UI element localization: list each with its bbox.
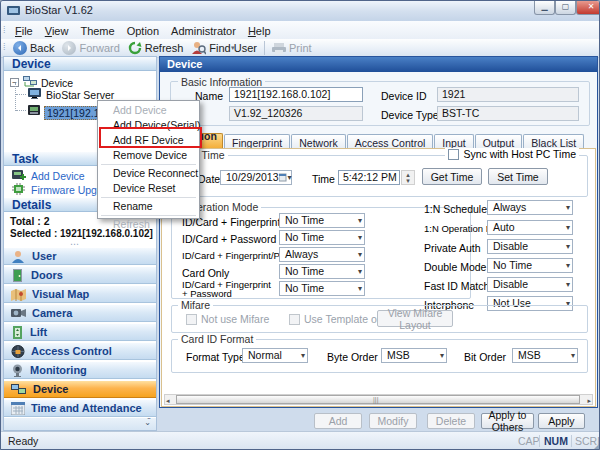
device-group-icon [22,75,38,88]
matching-select-0[interactable]: Always▾ [487,200,573,215]
refresh-button[interactable]: Refresh [124,40,188,56]
sidebar-item-camera[interactable]: Camera [4,304,156,322]
op-row-label: ID/Card + Fingerprint + Password [182,280,277,298]
basic-information-group: Basic Information Name 1921[192.168.0.10… [170,81,590,126]
modify-button[interactable]: Modify [369,413,417,429]
dropdown-arrow-icon: ▾ [571,349,575,362]
scrollbar-thumb[interactable]: ||| [176,395,580,404]
sidebar-item-monitoring[interactable]: Monitoring [4,361,156,379]
tab-strip: Operation ModeFingerprintNetworkAccess C… [161,132,596,149]
matching-label: 1:N Schedule [424,203,487,215]
not-use-mifare-checkbox[interactable] [186,314,197,325]
op-row-select-2[interactable]: Always▾ [279,247,365,262]
add-button[interactable]: Add [314,413,362,429]
spinner-down-icon[interactable]: ▾ [402,178,414,184]
scroll-right-icon[interactable]: ▸ [587,396,591,405]
card-id-format-title: Card ID Format [178,333,256,345]
sync-checkbox[interactable] [448,149,459,160]
firmware-version-field: V1.92_120326 [229,106,363,121]
op-row-select-3[interactable]: No Time▾ [279,264,365,279]
status-bar: Ready CAP NUM SCRL ◢ [1,431,600,450]
action-button-row: Add Modify Delete Apply to Others Apply [1,412,600,431]
set-time-button[interactable]: Set Time [488,168,548,185]
status-separator [539,435,540,447]
time-spinner[interactable]: ▴ ▾ [401,170,415,185]
matching-select-1[interactable]: Auto▾ [487,220,573,235]
matching-select-2[interactable]: Disable▾ [487,239,573,254]
dropdown-arrow-icon: ▾ [566,221,570,234]
op-row-select-0[interactable]: No Time▾ [279,213,365,228]
toolbar-overflow-chevron[interactable]: ▾ [231,44,235,52]
ctx-device-reset[interactable]: Device Reset [98,181,199,196]
scroll-left-icon[interactable]: ◂ [166,396,170,405]
ctx-add-device[interactable]: Add Device [98,103,199,118]
matching-select-4[interactable]: Disable▾ [487,277,573,292]
menu-theme[interactable]: Theme [74,23,120,39]
matching-settings: 1:N Schedule Always▾ 1:N Operation Mode … [420,199,592,299]
device-id-label: Device ID [381,90,427,102]
time-input[interactable]: 5:42:12 PM [338,170,400,185]
ctx-device-reconnect[interactable]: Device Reconnect [98,166,199,181]
op-row-select-1[interactable]: No Time▾ [279,230,365,245]
find-user-button[interactable]: Find User [187,40,261,56]
maximize-button[interactable]: ▢ [555,1,576,15]
dropdown-arrow-icon: ▾ [301,349,305,362]
firmware-upgrade-icon [12,183,26,195]
menu-bar: ⁞ FileViewThemeOptionAdministratorHelp [1,21,600,40]
apply-to-others-button[interactable]: Apply to Others [481,413,534,429]
calendar-dropdown-icon[interactable]: ▾ [279,171,292,184]
menu-option[interactable]: Option [121,23,165,39]
menu-file[interactable]: File [9,23,39,39]
monitoring-icon [11,364,24,377]
matching-label: Private Auth [424,242,481,254]
sidebar-item-device[interactable]: Device [4,380,156,398]
format-type-select[interactable]: Normal▾ [242,348,308,363]
horizontal-scrollbar[interactable]: ◂ ||| ▸ [164,394,593,405]
mifare-title: Mifare [178,299,213,311]
device-type-label: Device Type [381,109,439,121]
delete-button[interactable]: Delete [427,413,475,429]
main-panel: Device Basic Information Name 1921[192.1… [159,56,598,408]
dropdown-arrow-icon: ▾ [566,240,570,253]
apply-button[interactable]: Apply [538,413,585,429]
bit-order-select[interactable]: MSB▾ [512,348,578,363]
menu-administrator[interactable]: Administrator [165,23,242,39]
window-controls: ▁ ▢ ✕ [534,1,600,15]
doors-icon [11,269,25,282]
minimize-button[interactable]: ▁ [534,1,555,15]
task-add-device[interactable]: Add Device [31,170,85,182]
close-button[interactable]: ✕ [576,1,600,15]
matching-select-3[interactable]: No Time▾ [487,258,573,273]
view-mifare-layout-button[interactable]: View Mifare Layout [377,310,453,327]
server-icon [28,88,42,100]
menu-help[interactable]: Help [242,23,277,39]
sync-host-pc-time[interactable]: Sync with Host PC Time [445,148,579,160]
name-input[interactable]: 1921[192.168.0.102] [229,87,363,102]
sidebar-item-lift[interactable]: Lift [4,323,156,341]
date-picker[interactable]: 10/29/2013 ▾ [220,170,292,185]
ctx-refresh[interactable]: Refresh [98,217,199,232]
use-template-checkbox[interactable] [289,314,300,325]
app-icon [7,5,21,17]
op-row-label: Card Only [182,267,229,279]
sidebar-item-access-control[interactable]: Access Control [4,342,156,360]
date-label: Date [198,173,220,185]
get-time-button[interactable]: Get Time [422,168,482,185]
time-group: BioStation Time Sync with Host PC Time D… [171,155,588,197]
resize-grip[interactable]: ◢ [593,441,600,450]
tree-node-root[interactable]: Device [41,77,73,89]
forward-button[interactable]: Forward [58,40,123,56]
menu-view[interactable]: View [39,23,75,39]
ctx-remove-device[interactable]: Remove Device [98,148,199,163]
app-window: BioStar V1.62 ▁ ▢ ✕ ⁞ FileViewThemeOptio… [0,0,600,450]
sidebar-item-user[interactable]: User [4,247,156,265]
sidebar-item-doors[interactable]: Doors [4,266,156,284]
dropdown-arrow-icon: ▾ [358,214,362,227]
ctx-rename[interactable]: Rename [98,199,199,214]
dropdown-arrow-icon: ▾ [358,282,362,295]
byte-order-select[interactable]: MSB▾ [381,348,447,363]
back-button[interactable]: Back [9,40,58,56]
print-button[interactable]: Print [268,40,316,56]
sidebar-item-visual-map[interactable]: Visual Map [4,285,156,303]
op-row-select-4[interactable]: No Time▾ [279,281,365,296]
